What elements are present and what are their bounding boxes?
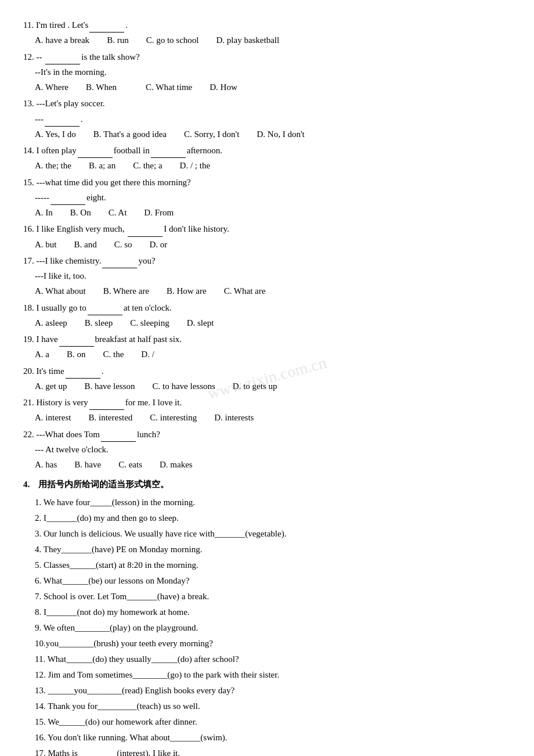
q20-options: A. get upB. have lessonC. to have lesson…	[35, 379, 511, 394]
q18-text: 18. I usually go toat ten o'clock.	[23, 300, 511, 315]
question-17: 17. ---I like chemistry.you? ---I like i…	[23, 253, 511, 299]
section4-item: 15. We______(do) our homework after dinn…	[35, 714, 511, 730]
section4-item: 5. Classes______(start) at 8:20 in the m…	[35, 557, 511, 573]
section4-item: 6. What______(be) our lessons on Monday?	[35, 573, 511, 589]
section4-header: 4. 用括号内所给词的适当形式填空。	[23, 477, 511, 492]
q17-sub: ---I like it, too.	[35, 268, 511, 283]
q21-options: A. interestB. interestedC. interestingD.…	[35, 410, 511, 425]
section-4: 4. 用括号内所给词的适当形式填空。 1. We have four_____(…	[23, 477, 511, 756]
section4-item: 11. What______(do) they usually______(do…	[35, 651, 511, 667]
section4-item: 10.you________(brush) your teeth every m…	[35, 636, 511, 651]
section4-item: 17. Maths is_________(interest). I like …	[35, 746, 511, 757]
section4-item: 1. We have four_____(lesson) in the morn…	[35, 495, 511, 510]
question-16: 16. I like English very much, I don't li…	[23, 221, 511, 252]
q17-options: A. What aboutB. Where areB. How areC. Wh…	[35, 283, 511, 298]
question-15: 15. ---what time did you get there this …	[23, 175, 511, 221]
q14-options: A. the; theB. a; anC. the; aD. / ; the	[35, 158, 511, 173]
q13-text: 13. ---Let's play soccer.	[23, 96, 511, 111]
section4-item: 4. They_______(have) PE on Monday mornin…	[35, 542, 511, 557]
question-18: 18. I usually go toat ten o'clock. A. as…	[23, 300, 511, 331]
q22-options: A. hasB. haveC. eatsD. makes	[35, 457, 511, 472]
section4-item: 12. Jim and Tom sometimes________(go) to…	[35, 667, 511, 683]
q15-text: 15. ---what time did you get there this …	[23, 175, 511, 190]
q15-options: A. InB. OnC. AtD. From	[35, 205, 511, 220]
question-20: 20. It's time. A. get upB. have lessonC.…	[23, 363, 511, 394]
q13-options: A. Yes, I doB. That's a good ideaC. Sorr…	[35, 127, 511, 142]
q19-text: 19. I havebreakfast at half past six.	[23, 332, 511, 347]
question-19: 19. I havebreakfast at half past six. A.…	[23, 332, 511, 362]
question-12: 12. -- is the talk show? --It's in the m…	[23, 49, 511, 95]
q20-text: 20. It's time.	[23, 363, 511, 379]
q14-text: 14. I often playfootball inafternoon.	[23, 143, 511, 158]
q13-sub: ---.	[35, 111, 511, 127]
q17-blank	[102, 268, 137, 268]
section4-item: 3. Our lunch is delicious. We usually ha…	[35, 526, 511, 542]
q11-text: 11. I'm tired . Let's.	[23, 17, 511, 33]
q12-options: A. WhereB. WhenC. What timeD. How	[35, 80, 511, 95]
multiple-choice-section: 11. I'm tired . Let's. A. have a breakB.…	[23, 17, 511, 472]
q18-options: A. asleepB. sleepC. sleepingD. slept	[35, 315, 511, 330]
question-11: 11. I'm tired . Let's. A. have a breakB.…	[23, 17, 511, 48]
q22-sub: --- At twelve o'clock.	[35, 442, 511, 457]
question-22: 22. ---What does Tomlunch? --- At twelve…	[23, 427, 511, 473]
section4-item: 7. School is over. Let Tom_______(have) …	[35, 589, 511, 604]
question-13: 13. ---Let's play soccer. ---. A. Yes, I…	[23, 96, 511, 142]
section4-items: 1. We have four_____(lesson) in the morn…	[23, 495, 511, 757]
section4-item: 16. You don't like running. What about__…	[35, 730, 511, 746]
section4-item: 9. We often________(play) on the playgro…	[35, 620, 511, 636]
q19-options: A. aB. onC. theD. /	[35, 347, 511, 362]
q12-sub: --It's in the morning.	[35, 64, 511, 80]
q12-text: 12. -- is the talk show?	[23, 49, 511, 64]
q15-sub: -----eight.	[35, 190, 511, 205]
section4-item: 8. I_______(not do) my homework at home.	[35, 604, 511, 620]
section4-item: 13. ______you________(read) English book…	[35, 683, 511, 699]
q16-options: A. butB. andC. soD. or	[35, 237, 511, 252]
section4-item: 14. Thank you for_________(teach) us so …	[35, 699, 511, 714]
q16-text: 16. I like English very much, I don't li…	[23, 221, 511, 236]
question-21: 21. History is veryfor me. I love it. A.…	[23, 395, 511, 426]
q22-text: 22. ---What does Tomlunch?	[23, 427, 511, 442]
q21-text: 21. History is veryfor me. I love it.	[23, 395, 511, 410]
question-14: 14. I often playfootball inafternoon. A.…	[23, 143, 511, 174]
section4-item: 2. I_______(do) my and then go to sleep.	[35, 510, 511, 526]
q17-text: 17. ---I like chemistry.you?	[23, 253, 511, 268]
q11-options: A. have a breakB. runC. go to schoolD. p…	[35, 33, 511, 48]
